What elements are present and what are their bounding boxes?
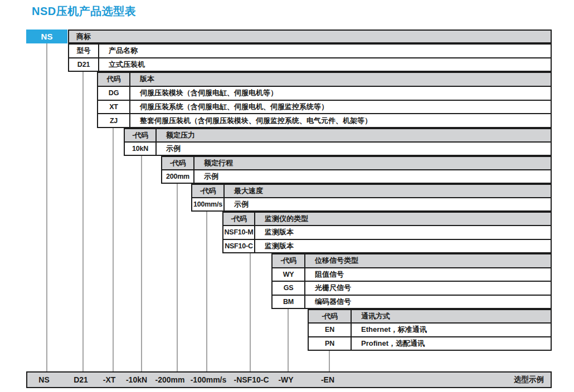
desc-cell: 监测版本 (255, 226, 551, 238)
table-row: WY 阻值信号 (273, 267, 551, 281)
table-row: 200mm 示例 (162, 169, 551, 183)
table-row: NSF10-C 监测版本 (223, 239, 551, 252)
table-row: NSF10-M 监测版本 (223, 225, 551, 238)
connector-line (250, 253, 251, 371)
code-cell: -代码 (223, 213, 255, 225)
desc-cell: 产品名称 (99, 45, 551, 57)
example-part: -10kN (126, 375, 147, 384)
code-cell: 型号 (69, 45, 99, 57)
example-caption: 选型示例 (514, 375, 544, 385)
code-cell: D21 (69, 58, 99, 71)
page-title: NSD压机产品选型表 (32, 4, 136, 19)
table-row: DG 伺服压装模块（含伺服电缸、伺服电机等） (98, 86, 551, 100)
connector-line (177, 184, 178, 371)
model-block: 型号 产品名称 D21 立式压装机 (68, 43, 552, 72)
table-row: -代码 额定行程 (162, 157, 551, 169)
table-row: 型号 产品名称 (69, 45, 551, 57)
connector-line (82, 72, 84, 371)
code-cell: 代码 (98, 73, 130, 86)
connector-line (206, 212, 207, 371)
desc-cell: 伺服压装系统（含伺服电缸、伺服电机、伺服监控系统等） (130, 101, 551, 114)
desc-cell: 额定行程 (194, 157, 551, 169)
code-cell: 200mm (162, 170, 194, 183)
code-cell: -代码 (162, 157, 194, 169)
desc-cell: 监测版本 (255, 240, 551, 252)
speed-block: -代码 最大速度 100mm/s 示例 (191, 184, 552, 212)
code-cell: -代码 (273, 254, 305, 267)
table-row: -代码 位移信号类型 (273, 254, 551, 267)
table-row: BM 编码器信号 (273, 295, 551, 308)
desc-cell: 监测仪的类型 (255, 213, 551, 225)
brand-code-badge: NS (26, 30, 67, 43)
code-cell: GS (273, 282, 305, 295)
connector-line (141, 156, 142, 371)
table-row: XT 伺服压装系统（含伺服电缸、伺服电机、伺服监控系统等） (98, 100, 551, 114)
table-row: 100mm/s 示例 (192, 197, 551, 210)
desc-cell: Ethernet，标准通讯 (352, 324, 551, 336)
table-row: -代码 额定压力 (125, 129, 551, 141)
desc-cell: 示例 (157, 143, 551, 155)
example-part: D21 (74, 375, 88, 384)
example-part: NS (38, 375, 49, 384)
table-row: GS 光栅尺信号 (273, 281, 551, 295)
desc-cell: 通讯方式 (352, 310, 551, 322)
table-row: EN Ethernet，标准通讯 (309, 322, 551, 336)
code-cell: PN (309, 337, 352, 350)
code-cell: -代码 (125, 129, 157, 141)
table-row: 10kN 示例 (125, 141, 551, 155)
stroke-block: -代码 额定行程 200mm 示例 (161, 156, 552, 184)
code-cell: 10kN (125, 143, 157, 155)
connector-line (113, 128, 114, 371)
table-row: 商标 (69, 31, 551, 42)
desc-cell: 额定压力 (157, 129, 551, 141)
example-part: -WY (278, 375, 293, 384)
code-cell: 100mm/s (192, 198, 225, 210)
desc-cell: 整套伺服压装机（含伺服压装模块、伺服监控系统、电气元件、机架等） (130, 114, 551, 127)
example-part: -100mm/s (191, 375, 227, 384)
code-cell: NSF10-C (223, 240, 255, 252)
code-cell: -代码 (309, 310, 352, 322)
desc-cell: 伺服压装模块（含伺服电缸、伺服电机等） (130, 87, 551, 100)
pressure-block: -代码 额定压力 10kN 示例 (124, 128, 552, 156)
desc-cell: 商标 (69, 31, 551, 42)
code-cell: NSF10-M (223, 226, 255, 238)
desc-cell: 最大速度 (225, 185, 551, 197)
connector-line (288, 309, 289, 371)
code-cell: EN (309, 324, 352, 336)
example-part: -EN (321, 375, 334, 384)
table-row: ZJ 整套伺服压装机（含伺服压装模块、伺服监控系统、电气元件、机架等） (98, 113, 551, 127)
monitor-block: -代码 监测仪的类型 NSF10-M 监测版本 NSF10-C 监测版本 (222, 212, 552, 253)
table-row: -代码 最大速度 (192, 185, 551, 197)
code-cell: DG (98, 87, 130, 100)
desc-cell: 示例 (194, 170, 551, 183)
table-row: 代码 版本 (98, 73, 551, 86)
desc-cell: 版本 (130, 73, 551, 86)
desc-cell: Profinet，选配通讯 (352, 337, 551, 350)
desc-cell: 阻值信号 (305, 268, 551, 281)
example-part: -200mm (155, 375, 185, 384)
table-row: -代码 通讯方式 (309, 310, 551, 322)
connector-line (329, 351, 330, 371)
table-row: D21 立式压装机 (69, 57, 551, 71)
desc-cell: 光栅尺信号 (305, 282, 551, 295)
desc-cell: 立式压装机 (99, 58, 551, 71)
signal-block: -代码 位移信号类型 WY 阻值信号 GS 光栅尺信号 BM 编码器信号 (271, 253, 552, 309)
code-cell: XT (98, 101, 130, 114)
example-part: -XT (103, 375, 116, 384)
desc-cell: 示例 (225, 198, 551, 210)
example-row: NS D21 -XT -10kN -200mm -100mm/s -NSF10-… (26, 371, 552, 388)
comm-block: -代码 通讯方式 EN Ethernet，标准通讯 PN Profinet，选配… (308, 309, 552, 351)
trademark-block: 商标 (68, 30, 552, 43)
example-part: -NSF10-C (234, 375, 269, 384)
code-cell: -代码 (192, 185, 225, 197)
version-block: 代码 版本 DG 伺服压装模块（含伺服电缸、伺服电机等） XT 伺服压装系统（含… (97, 72, 552, 128)
code-cell: ZJ (98, 114, 130, 127)
connector-line (46, 43, 47, 371)
code-cell: BM (273, 296, 305, 308)
table-row: -代码 监测仪的类型 (223, 213, 551, 225)
catalog-page: NSD压机产品选型表 NS 商标 型号 产品名称 D21 立式压装机 代码 版本… (0, 0, 574, 392)
desc-cell: 位移信号类型 (305, 254, 551, 267)
desc-cell: 编码器信号 (305, 296, 551, 308)
table-row: PN Profinet，选配通讯 (309, 336, 551, 350)
code-cell: WY (273, 268, 305, 281)
